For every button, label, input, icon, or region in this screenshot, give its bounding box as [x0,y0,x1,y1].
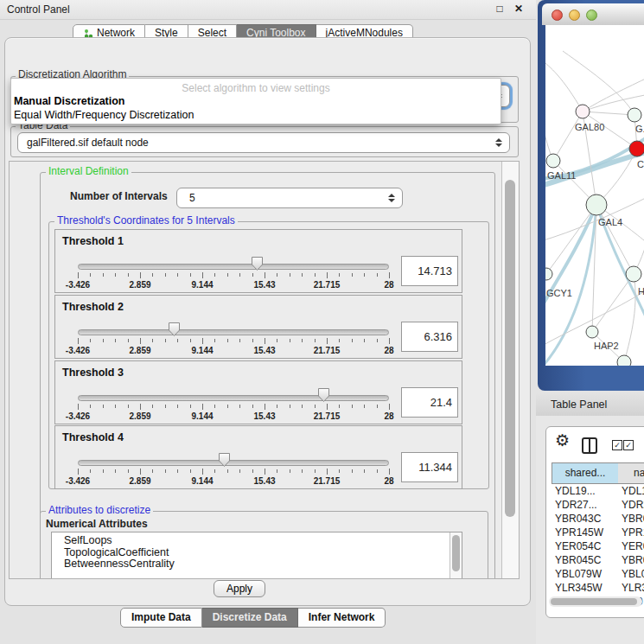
table-data-combobox[interactable]: galFiltered.sif default node [17,132,510,153]
list-scrollbar-thumb[interactable] [452,535,460,571]
network-node[interactable] [586,326,598,338]
slider-thumb[interactable] [317,387,330,403]
threshold-slider[interactable]: -3.4262.8599.14415.4321.71528 [78,230,389,292]
tick-mark [202,404,203,410]
tick-mark [78,338,79,344]
network-node[interactable] [545,268,552,280]
pane-scrollbar-thumb[interactable] [505,180,515,517]
tick-mark [389,469,390,475]
tick-mark [364,469,365,473]
tick-mark [214,469,215,473]
network-node[interactable] [546,154,560,168]
threshold-value-field[interactable]: 21.4 [401,387,458,418]
threshold-value-field[interactable]: 6.316 [401,322,458,352]
network-edge[interactable] [545,107,553,161]
network-edge[interactable] [553,112,583,161]
tick-mark [165,339,166,342]
cell-shared-name: YDR27... [555,498,597,512]
slider-track[interactable] [78,329,389,335]
network-edge[interactable] [563,51,634,115]
network-edge[interactable] [545,151,644,186]
tab-discretize-data[interactable]: Discretize Data [202,608,298,628]
slider-track[interactable] [78,460,389,466]
tick-mark [115,469,116,473]
network-node[interactable] [576,105,590,118]
attribute-list-item[interactable]: TopologicalCoefficient [52,547,462,559]
float-window-icon[interactable]: □ [493,2,507,16]
network-node[interactable] [617,355,631,366]
table-hscrollbar[interactable] [549,596,642,607]
network-canvas[interactable]: GAL80G.CGAL11GAL4GCY1HHAP2 [545,25,644,366]
tick-mark [339,339,340,342]
threshold-slider[interactable]: -3.4262.8599.14415.4321.71528 [78,426,389,488]
slider-ticks [78,469,389,475]
network-edge[interactable] [596,205,634,274]
table-row[interactable]: YDR27...YDR2 [552,498,644,512]
numerical-attributes-list[interactable]: SelfLoopsTopologicalCoefficientBetweenne… [51,532,462,579]
slider-thumb[interactable] [251,256,264,271]
network-node[interactable] [629,141,644,156]
popup-option-equal-width[interactable]: Equal Width/Frequency Discretization [14,109,498,121]
network-window-titlebar[interactable] [542,3,644,25]
tick-mark [252,339,253,342]
tab-infer-network[interactable]: Infer Network [298,608,386,628]
network-edge[interactable] [583,112,634,115]
tick-mark [78,272,79,278]
attribute-list-item[interactable]: SelfLoops [52,535,462,547]
table-hscrollbar-thumb[interactable] [551,598,637,605]
tick-mark [352,273,353,277]
list-scrollbar[interactable] [450,532,462,579]
num-intervals-spinner[interactable]: 5 [176,188,403,208]
num-intervals-label: Number of Intervals [70,190,168,202]
close-icon[interactable]: ✕ [512,2,526,16]
slider-track[interactable] [78,395,389,401]
column-header-shared[interactable]: shared... [552,462,619,484]
zoom-green-icon[interactable] [586,10,597,21]
table-row[interactable]: YBR043CYBR0 [552,512,644,526]
tick-mark [177,405,178,408]
slider-thumb[interactable] [218,452,231,468]
cell-name: YDR2 [622,498,644,512]
network-node[interactable] [586,194,607,215]
network-edge[interactable] [583,77,644,112]
tick-label: -3.426 [66,411,90,421]
apply-button[interactable]: Apply [214,580,265,597]
pane-scrollbar[interactable] [501,162,519,578]
table-row[interactable]: YBL079WYBL0 [552,567,644,581]
table-row[interactable]: YER054CYER0 [552,539,644,553]
threshold-value-field[interactable]: 14.713 [401,256,458,286]
tick-mark [389,272,390,278]
checkbox-icon[interactable]: ✓ [623,440,634,450]
popup-option-manual[interactable]: Manual Discretization [14,95,498,107]
tick-label: 21.715 [314,346,341,355]
gear-icon[interactable]: ⚙ [555,430,570,450]
slider-track[interactable] [78,264,389,270]
threshold-row: Threshold 2-3.4262.8599.14415.4321.71528… [54,295,462,359]
tick-mark [239,339,240,342]
split-table-icon[interactable] [582,437,597,454]
network-node[interactable] [626,266,641,282]
tick-label: 15.43 [253,411,275,421]
threshold-value-field[interactable]: 11.344 [401,452,458,482]
network-edge[interactable] [624,274,635,362]
cell-name: YDL1 [622,484,644,498]
threshold-row: Threshold 1-3.4262.8599.14415.4321.71528… [54,229,462,293]
checkbox-icon[interactable]: ✓ [612,440,622,450]
column-header-name[interactable]: na [618,462,644,484]
threshold-slider[interactable]: -3.4262.8599.14415.4321.71528 [78,296,389,358]
table-row[interactable]: YDL19...YDL1 [552,484,644,498]
close-red-icon[interactable] [552,10,563,21]
minimize-yellow-icon[interactable] [569,10,580,21]
table-row[interactable]: YPR145WYPR1 [552,526,644,539]
attribute-list-item[interactable]: BetweennessCentrality [52,558,462,571]
network-edge[interactable] [545,60,583,112]
table-row[interactable]: YBR045CYBR0 [552,553,644,567]
network-node[interactable] [628,108,641,122]
tick-mark [190,273,191,277]
slider-thumb[interactable] [168,322,181,337]
threshold-slider[interactable]: -3.4262.8599.14415.4321.71528 [78,361,389,424]
network-edge[interactable] [592,274,634,332]
tick-label: 21.715 [314,476,341,486]
table-row[interactable]: YLR345WYLR3 [552,581,644,595]
tab-impute-data[interactable]: Impute Data [120,608,202,628]
